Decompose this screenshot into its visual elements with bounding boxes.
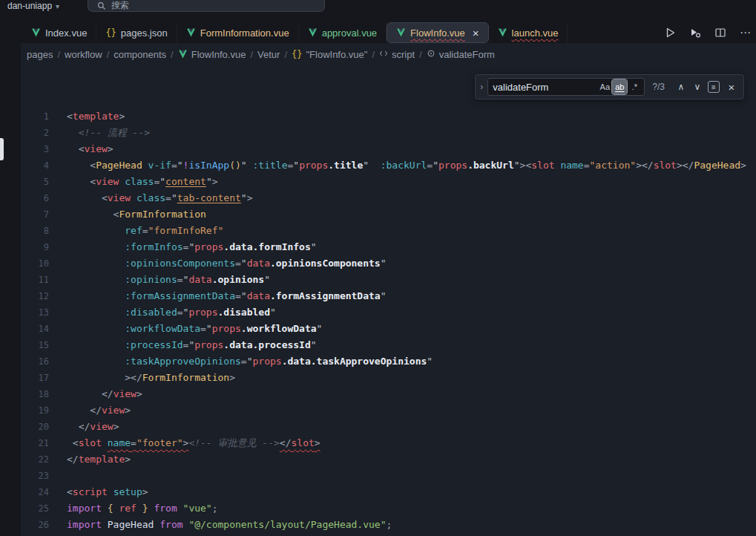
- code-token: :backUrl: [381, 160, 427, 171]
- breadcrumb-item-components[interactable]: components: [114, 49, 166, 60]
- code-token: <: [67, 192, 108, 203]
- code-text: <PageHead v-if="!isInApp()" :title="prop…: [49, 157, 746, 174]
- command-center-search[interactable]: 搜索: [88, 0, 325, 12]
- code-token: props: [252, 356, 281, 367]
- code-token: [67, 356, 125, 367]
- code-token: .opinionsComponents: [270, 258, 381, 269]
- breadcrumb-label: workflow: [65, 49, 102, 60]
- code-token: :workflowData: [125, 323, 200, 334]
- breadcrumb-separator: /: [107, 49, 110, 60]
- activity-bar-active-indicator: [0, 138, 4, 160]
- code-token: [67, 258, 125, 269]
- line-number: 10: [21, 255, 49, 272]
- find-in-selection-button[interactable]: ≡: [708, 81, 720, 93]
- code-token: =: [235, 258, 241, 269]
- previous-match-button[interactable]: ∧: [674, 79, 688, 94]
- run-icon[interactable]: [664, 27, 676, 39]
- code-line: 9 :formInfos="props.data.formInfos": [21, 239, 756, 255]
- code-token: >: [119, 111, 125, 122]
- chevron-down-icon[interactable]: ▾: [56, 2, 59, 10]
- breadcrumb-item-FlowInfo.vue[interactable]: FlowInfo.vue: [178, 49, 246, 60]
- tab-FormInformation.vue[interactable]: FormInformation.vue: [177, 22, 299, 43]
- breadcrumb-item-FlowInfo.vue[interactable]: {}"FlowInfo.vue": [292, 49, 367, 60]
- tab-label: FormInformation.vue: [200, 27, 289, 39]
- code-token: =: [142, 225, 148, 236]
- tab-label: Index.vue: [45, 27, 87, 39]
- code-token: [67, 290, 125, 301]
- breadcrumb-item-validateForm[interactable]: validateForm: [427, 49, 495, 60]
- code-token: :formInfos: [125, 241, 183, 252]
- title-bar: dan-uniapp ▾ 搜索: [0, 0, 756, 22]
- symbol-method-icon: [427, 49, 435, 60]
- code-token: view: [84, 143, 107, 154]
- code-token: =: [165, 192, 171, 203]
- code-text: :formAssignmentData="data.formAssignment…: [49, 288, 387, 304]
- breadcrumb-label: FlowInfo.vue: [191, 49, 246, 60]
- code-token: }: [142, 503, 148, 514]
- code-token: ": [363, 160, 369, 171]
- code-token: <: [67, 176, 96, 187]
- code-token: <: [67, 160, 96, 171]
- find-input[interactable]: [493, 82, 597, 93]
- code-token: "@/components/layout/PageHead.vue": [188, 519, 386, 530]
- code-token: >: [740, 160, 746, 171]
- vscode-window: dan-uniapp ▾ 搜索 Index.vue{}pages.jsonFor…: [0, 0, 756, 536]
- regex-button[interactable]: .*: [627, 79, 642, 94]
- code-line: 12 :formAssignmentData="data.formAssignm…: [21, 288, 756, 304]
- code-token: ": [241, 192, 247, 203]
- code-line: 13 :disabled="props.disabled": [21, 304, 756, 321]
- code-text: <!-- 流程 -->: [49, 125, 150, 141]
- code-token: view: [102, 405, 125, 416]
- code-token: =: [171, 160, 177, 171]
- match-case-button[interactable]: Aa: [597, 79, 612, 94]
- line-number: 24: [21, 484, 49, 500]
- tab-pages.json[interactable]: {}pages.json: [96, 22, 177, 43]
- code-line: 1<template>: [21, 108, 756, 125]
- code-token: .opinions: [212, 274, 264, 285]
- toggle-replace-button[interactable]: ›: [476, 75, 487, 99]
- close-icon[interactable]: ×: [473, 27, 479, 39]
- run-or-debug-icon[interactable]: [689, 27, 701, 39]
- tab-approval.vue[interactable]: approval.vue: [299, 22, 387, 43]
- code-token: ": [433, 160, 438, 171]
- breadcrumb-label: Vetur: [257, 49, 280, 60]
- code-token: [108, 486, 114, 497]
- editor-body: pages/workflow/components/FlowInfo.vue/V…: [0, 43, 756, 536]
- more-actions-icon[interactable]: ⋯: [740, 26, 752, 39]
- breadcrumb-label: pages: [27, 49, 53, 60]
- code-text: ref="formInfoRef": [49, 223, 223, 239]
- breadcrumb-item-pages[interactable]: pages: [27, 49, 53, 60]
- line-number: 14: [21, 321, 49, 337]
- code-token: PageHead: [96, 160, 142, 171]
- whole-word-button[interactable]: ab: [612, 79, 627, 94]
- editor-pane[interactable]: › Aa ab .* ?/3 ∧ ∨ ≡ × 1<template>2 <!--…: [21, 65, 756, 536]
- breadcrumb-item-workflow[interactable]: workflow: [65, 49, 102, 60]
- code-token: ": [427, 356, 433, 367]
- code-token: props: [188, 307, 217, 318]
- code-text: :processId="props.data.processId": [49, 337, 317, 353]
- code-line: 7 <FormInformation: [21, 206, 756, 223]
- code-token: PageHead: [108, 519, 154, 530]
- symbol-module-icon: [379, 49, 388, 60]
- code-area[interactable]: 1<template>2 <!-- 流程 -->3 <view>4 <PageH…: [21, 65, 756, 533]
- code-token: import: [67, 503, 102, 514]
- line-number: 3: [21, 141, 49, 157]
- code-token: script: [73, 486, 108, 497]
- tab-Index.vue[interactable]: Index.vue: [22, 22, 96, 43]
- next-match-button[interactable]: ∨: [690, 79, 705, 94]
- code-text: ></FormInformation>: [49, 370, 235, 386]
- code-token: ": [381, 258, 387, 269]
- breadcrumb-item-script[interactable]: script: [379, 49, 415, 60]
- close-find-button[interactable]: ×: [724, 79, 739, 94]
- code-text: :disabled="props.disabled": [49, 304, 276, 321]
- code-line: 26import PageHead from "@/components/lay…: [21, 517, 756, 533]
- split-editor-icon[interactable]: [714, 27, 726, 39]
- code-token: [369, 160, 381, 171]
- tab-FlowInfo.vue[interactable]: FlowInfo.vue×: [387, 22, 488, 43]
- breadcrumb-separator: /: [250, 49, 253, 60]
- code-line: 4 <PageHead v-if="!isInApp()" :title="pr…: [21, 157, 756, 174]
- breadcrumb-separator: /: [419, 49, 422, 60]
- breadcrumb-item-Vetur[interactable]: Vetur: [257, 49, 280, 60]
- vue-icon: [31, 28, 41, 37]
- tab-launch.vue[interactable]: launch.vue: [489, 22, 568, 43]
